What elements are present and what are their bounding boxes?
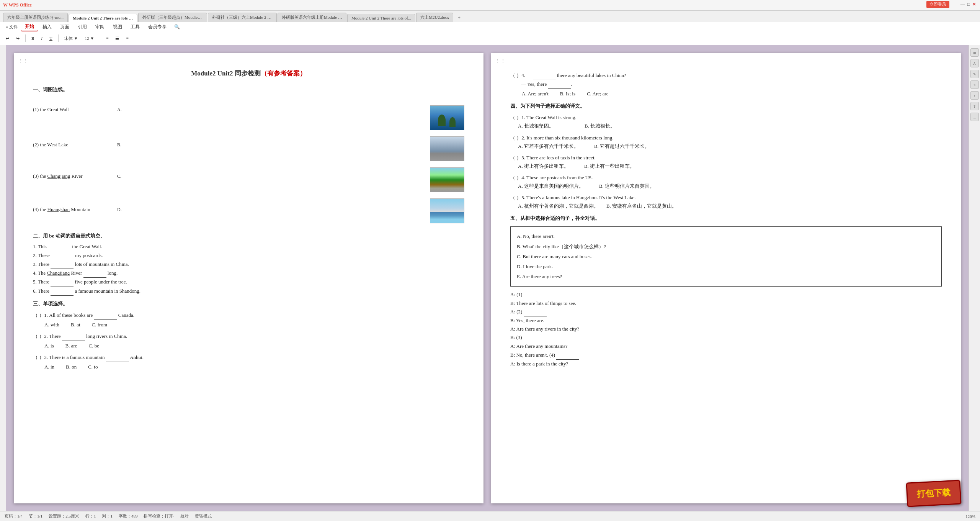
tabs-bar: 六年级上册英语同步练习-mo... Module 2 Unit 2 There … xyxy=(0,11,980,22)
font-size[interactable]: 12 ▼ xyxy=(82,35,97,42)
sidebar-btn-2[interactable]: A xyxy=(970,59,979,67)
ribbon-tab-tools[interactable]: 工具 xyxy=(127,23,144,31)
line-indicator: 行：1 xyxy=(85,513,96,519)
drag-handle-1: ⋮⋮ xyxy=(18,57,28,66)
trans-item-3: （ ）3. There are lots of taxis in the str… xyxy=(510,154,942,170)
sidebar-btn-1[interactable]: ⊞ xyxy=(970,48,979,57)
trans-item-1: （ ）1. The Great Wall is strong. A. 长城很坚固… xyxy=(510,113,942,130)
ribbon-tab-view[interactable]: 视图 xyxy=(109,23,126,31)
page-2: ⋮⋮ （ ）4. — there any beautiful lakes in … xyxy=(491,53,961,503)
ribbon-tab-bar: ≡ 文件 开始 插入 页面 引用 审阅 视图 工具 会员专享 🔍 xyxy=(0,22,980,32)
italic-btn[interactable]: I xyxy=(38,35,45,42)
window-controls[interactable]: — □ ✕ xyxy=(960,2,976,7)
page-indicator: 页码：1/4 xyxy=(5,513,23,519)
tab-0[interactable]: 六年级上册英语同步练习-mo... xyxy=(3,13,68,22)
mc-item-2: （ ）2. There long rivers in China. A. is … xyxy=(33,332,464,350)
sidebar-btn-5[interactable]: ↑ xyxy=(970,91,979,100)
top-right-btn[interactable]: 立即登录 xyxy=(926,1,949,8)
match-item-3: (3) the Changjiang River C. xyxy=(33,172,464,180)
fill-4: 4. The Changjiang River long. xyxy=(33,269,464,278)
sidebar-btn-7[interactable]: … xyxy=(970,113,979,121)
tab-2[interactable]: 外研版（三年级起点）Moudle2Unit... xyxy=(138,13,207,22)
trans-item-4: （ ）4. These are postcards from the US. A… xyxy=(510,174,942,190)
align-right[interactable]: ≡ xyxy=(123,35,131,42)
match-item-1: (1) the Great Wall A. xyxy=(33,105,464,114)
download-button[interactable]: 打包下载 xyxy=(906,480,961,507)
underline-btn[interactable]: U xyxy=(47,35,55,42)
dialog-line-7: A: Are there any mountains? xyxy=(510,342,942,351)
dialog-line-3: A: (2) xyxy=(510,308,942,316)
tab-1[interactable]: Module 2 Unit 2 There are lots of... xyxy=(69,14,137,22)
image-C xyxy=(430,167,464,192)
search-ribbon[interactable]: 🔍 xyxy=(174,24,180,30)
image-column xyxy=(430,105,464,226)
matching-list: (1) the Great Wall A. (2) the West Lake … xyxy=(33,105,464,214)
pages-area: ⋮⋮ Module2 Unit2 同步检测（有参考答案） 一、词图连线。 (1)… xyxy=(6,45,969,511)
review-btn[interactable]: 校对 xyxy=(180,513,189,519)
bottom-bar: 页码：1/4 节：1/1 设置距：2.5厘米 行：1 列：1 字数：489 拼写… xyxy=(0,511,980,521)
ribbon-tab-start[interactable]: 开始 xyxy=(21,23,38,31)
new-tab-btn[interactable]: ＋ xyxy=(454,13,464,22)
match-item-2: (2) the West Lake B. xyxy=(33,141,464,149)
mc-item-4: （ ）4. — there any beautiful lakes in Chi… xyxy=(510,71,942,98)
drag-handle-2: ⋮⋮ xyxy=(495,57,506,66)
section3-title: 三、单项选择。 xyxy=(33,300,464,308)
section4-title: 四、为下列句子选择正确的译文。 xyxy=(510,102,942,110)
dialog-opt-B: B. What' the city like（这个城市怎么样）? xyxy=(517,242,935,251)
align-center[interactable]: ☰ xyxy=(113,35,122,42)
ribbon-tools: ↩ ↪ B I U 宋体 ▼ 12 ▼ ≡ ☰ ≡ xyxy=(0,32,980,45)
image-D xyxy=(430,198,464,223)
dialog-line-5: A: Are there any rivers in the city? xyxy=(510,325,942,333)
ribbon-tab-review[interactable]: 审阅 xyxy=(91,23,108,31)
dialog-line-1: A: (1) xyxy=(510,290,942,299)
trans-item-5: （ ）5. There's a famous lake in Hangzhou.… xyxy=(510,193,942,210)
section1-title: 一、词图连线。 xyxy=(33,85,464,94)
fill-1: 1. This the Great Wall. xyxy=(33,242,464,251)
mode-btn[interactable]: 黄昏模式 xyxy=(195,513,212,519)
sidebar-btn-6[interactable]: ？ xyxy=(970,102,979,110)
zoom-level: 120% xyxy=(965,514,975,519)
align-left[interactable]: ≡ xyxy=(103,35,111,42)
undo-btn[interactable]: ↩ xyxy=(3,35,12,42)
col-indicator: 列：1 xyxy=(102,513,113,519)
ribbon-tab-vip[interactable]: 会员专享 xyxy=(144,23,170,31)
ribbon-tab-ref[interactable]: 引用 xyxy=(74,23,91,31)
sidebar-btn-3[interactable]: ✎ xyxy=(970,70,979,78)
mc-item-3: （ ）3. There is a famous mountain Anhui. … xyxy=(33,353,464,371)
font-name[interactable]: 宋体 ▼ xyxy=(62,34,81,43)
dialog-opt-E: E. Are there any trees? xyxy=(517,272,935,281)
fill-2: 2. These my postcards. xyxy=(33,251,464,260)
mc-item-1: （ ）1. All of these books are Canada. A. … xyxy=(33,311,464,329)
image-A xyxy=(430,105,464,130)
section5-title: 五、从框中选择合适的句子，补全对话。 xyxy=(510,214,942,223)
dialog-line-8: B: No, there aren't. (4) xyxy=(510,351,942,360)
dialog-opt-D: D. I love the park. xyxy=(517,262,935,271)
tab-3[interactable]: 外研社（三级）六上Module 2 Unit... xyxy=(208,13,277,22)
tab-4[interactable]: 外研版英语六年级上册Module 2... xyxy=(278,13,346,22)
file-menu[interactable]: ≡ 文件 xyxy=(3,23,20,31)
fill-6: 6. There a famous mountain in Shandong. xyxy=(33,287,464,296)
dialog-line-9: A: Is there a park in the city? xyxy=(510,360,942,368)
dialog-line-4: B: Yes, there are. xyxy=(510,316,942,325)
ribbon-tab-insert[interactable]: 插入 xyxy=(39,23,56,31)
right-sidebar: ⊞ A ✎ ☆ ↑ ？ … xyxy=(969,45,980,511)
matching-section: (1) the Great Wall A. (2) the West Lake … xyxy=(33,105,464,228)
tab-6[interactable]: 六上M2U2.docx xyxy=(416,13,453,22)
match-item-4: (4) the Huangshan Mountain D. xyxy=(33,205,464,214)
main-area: ⋮⋮ Module2 Unit2 同步检测（有参考答案） 一、词图连线。 (1)… xyxy=(0,45,980,511)
left-sidebar xyxy=(0,45,6,511)
fill-3: 3. There lots of mountains in China. xyxy=(33,260,464,269)
ribbon-tab-page[interactable]: 页面 xyxy=(56,23,73,31)
tab-5[interactable]: Module 2 Unit 2 There are lots of... xyxy=(347,14,415,22)
bold-btn[interactable]: B xyxy=(29,35,37,42)
sidebar-btn-4[interactable]: ☆ xyxy=(970,80,979,89)
page-1: ⋮⋮ Module2 Unit2 同步检测（有参考答案） 一、词图连线。 (1)… xyxy=(14,53,483,503)
image-B xyxy=(430,136,464,161)
spell-check: 拼写检查：打开· xyxy=(144,513,174,519)
dialog-opt-A: A. No, there aren't. xyxy=(517,232,935,241)
word-count: 字数：489 xyxy=(119,513,138,519)
wps-logo: W WPS Office xyxy=(3,2,32,8)
settings-indicator: 设置距：2.5厘米 xyxy=(49,513,79,519)
redo-btn[interactable]: ↪ xyxy=(13,35,22,42)
zoom-info: 120% xyxy=(965,514,975,519)
